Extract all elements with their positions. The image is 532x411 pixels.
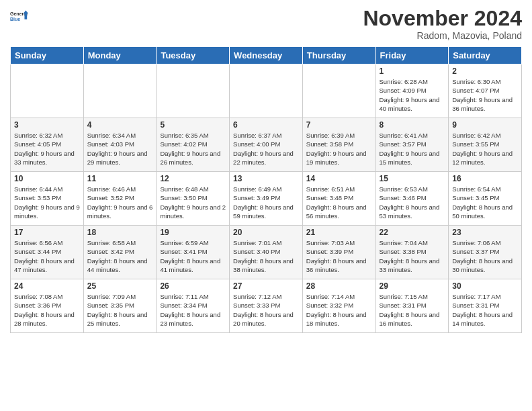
calendar-week-4: 17Sunrise: 6:56 AM Sunset: 3:44 PM Dayli… <box>11 226 522 279</box>
calendar-cell: 16Sunrise: 6:54 AM Sunset: 3:45 PM Dayli… <box>449 172 522 226</box>
calendar-cell: 15Sunrise: 6:53 AM Sunset: 3:46 PM Dayli… <box>375 172 449 226</box>
page: GeneralBlue November 2024 Radom, Mazovia… <box>0 0 532 411</box>
calendar-cell: 19Sunrise: 6:59 AM Sunset: 3:41 PM Dayli… <box>157 226 230 279</box>
day-number: 7 <box>306 120 372 130</box>
calendar-cell: 1Sunrise: 6:28 AM Sunset: 4:09 PM Daylig… <box>375 64 449 118</box>
calendar-cell: 27Sunrise: 7:12 AM Sunset: 3:33 PM Dayli… <box>230 279 303 333</box>
day-info: Sunrise: 7:03 AM Sunset: 3:39 PM Dayligh… <box>306 238 372 274</box>
day-info: Sunrise: 6:42 AM Sunset: 3:55 PM Dayligh… <box>452 131 518 167</box>
day-number: 14 <box>306 174 372 183</box>
svg-text:Blue: Blue <box>10 17 20 21</box>
calendar-cell: 7Sunrise: 6:39 AM Sunset: 3:58 PM Daylig… <box>302 118 375 172</box>
calendar-cell: 6Sunrise: 6:37 AM Sunset: 4:00 PM Daylig… <box>230 118 303 172</box>
day-number: 13 <box>233 174 299 183</box>
weekday-thursday: Thursday <box>302 47 375 64</box>
calendar-week-3: 10Sunrise: 6:44 AM Sunset: 3:53 PM Dayli… <box>11 172 522 226</box>
calendar-cell: 28Sunrise: 7:14 AM Sunset: 3:32 PM Dayli… <box>302 279 375 333</box>
calendar-table: SundayMondayTuesdayWednesdayThursdayFrid… <box>10 46 522 333</box>
day-info: Sunrise: 6:58 AM Sunset: 3:42 PM Dayligh… <box>87 238 153 274</box>
day-info: Sunrise: 7:06 AM Sunset: 3:37 PM Dayligh… <box>452 238 518 274</box>
day-info: Sunrise: 7:08 AM Sunset: 3:36 PM Dayligh… <box>14 292 80 328</box>
weekday-saturday: Saturday <box>449 47 522 64</box>
calendar-cell: 30Sunrise: 7:17 AM Sunset: 3:31 PM Dayli… <box>449 279 522 333</box>
day-number: 12 <box>160 174 226 183</box>
day-number: 8 <box>380 120 445 130</box>
day-number: 1 <box>380 66 445 76</box>
weekday-friday: Friday <box>375 47 449 64</box>
calendar-cell: 23Sunrise: 7:06 AM Sunset: 3:37 PM Dayli… <box>449 226 522 279</box>
calendar-cell: 5Sunrise: 6:35 AM Sunset: 4:02 PM Daylig… <box>157 118 230 172</box>
day-number: 22 <box>380 228 445 237</box>
day-number: 18 <box>87 228 153 237</box>
day-info: Sunrise: 6:39 AM Sunset: 3:58 PM Dayligh… <box>306 131 372 167</box>
day-number: 9 <box>452 120 518 130</box>
day-info: Sunrise: 7:11 AM Sunset: 3:34 PM Dayligh… <box>160 292 226 328</box>
header: GeneralBlue November 2024 Radom, Mazovia… <box>10 7 522 41</box>
calendar-cell: 17Sunrise: 6:56 AM Sunset: 3:44 PM Dayli… <box>11 226 84 279</box>
day-number: 28 <box>306 281 372 291</box>
weekday-monday: Monday <box>83 47 157 64</box>
calendar-week-1: 1Sunrise: 6:28 AM Sunset: 4:09 PM Daylig… <box>11 64 522 118</box>
calendar-body: 1Sunrise: 6:28 AM Sunset: 4:09 PM Daylig… <box>11 64 522 333</box>
day-info: Sunrise: 7:17 AM Sunset: 3:31 PM Dayligh… <box>452 292 518 328</box>
calendar-cell: 2Sunrise: 6:30 AM Sunset: 4:07 PM Daylig… <box>449 64 522 118</box>
calendar-cell: 18Sunrise: 6:58 AM Sunset: 3:42 PM Dayli… <box>83 226 157 279</box>
calendar-cell: 13Sunrise: 6:49 AM Sunset: 3:49 PM Dayli… <box>230 172 303 226</box>
day-info: Sunrise: 6:53 AM Sunset: 3:46 PM Dayligh… <box>380 185 445 220</box>
calendar-cell: 11Sunrise: 6:46 AM Sunset: 3:52 PM Dayli… <box>83 172 157 226</box>
day-number: 21 <box>306 228 372 237</box>
weekday-wednesday: Wednesday <box>230 47 303 64</box>
day-info: Sunrise: 7:12 AM Sunset: 3:33 PM Dayligh… <box>233 292 299 328</box>
day-info: Sunrise: 6:41 AM Sunset: 3:57 PM Dayligh… <box>380 131 445 167</box>
day-number: 17 <box>14 228 80 237</box>
calendar-cell <box>83 64 157 118</box>
calendar-cell: 20Sunrise: 7:01 AM Sunset: 3:40 PM Dayli… <box>230 226 303 279</box>
day-number: 26 <box>160 281 226 291</box>
calendar-week-2: 3Sunrise: 6:32 AM Sunset: 4:05 PM Daylig… <box>11 118 522 172</box>
day-info: Sunrise: 6:46 AM Sunset: 3:52 PM Dayligh… <box>87 185 153 220</box>
day-number: 3 <box>14 120 80 130</box>
day-info: Sunrise: 6:34 AM Sunset: 4:03 PM Dayligh… <box>87 131 153 167</box>
calendar-cell: 12Sunrise: 6:48 AM Sunset: 3:50 PM Dayli… <box>157 172 230 226</box>
weekday-header-row: SundayMondayTuesdayWednesdayThursdayFrid… <box>11 47 522 64</box>
day-info: Sunrise: 6:59 AM Sunset: 3:41 PM Dayligh… <box>160 238 226 274</box>
logo: GeneralBlue <box>10 7 29 26</box>
day-number: 2 <box>452 66 518 76</box>
calendar-cell: 3Sunrise: 6:32 AM Sunset: 4:05 PM Daylig… <box>11 118 84 172</box>
calendar-cell: 9Sunrise: 6:42 AM Sunset: 3:55 PM Daylig… <box>449 118 522 172</box>
day-info: Sunrise: 6:54 AM Sunset: 3:45 PM Dayligh… <box>452 185 518 220</box>
day-info: Sunrise: 6:37 AM Sunset: 4:00 PM Dayligh… <box>233 131 299 167</box>
calendar-week-5: 24Sunrise: 7:08 AM Sunset: 3:36 PM Dayli… <box>11 279 522 333</box>
day-number: 5 <box>160 120 226 130</box>
day-info: Sunrise: 6:49 AM Sunset: 3:49 PM Dayligh… <box>233 185 299 220</box>
calendar-cell <box>302 64 375 118</box>
day-number: 20 <box>233 228 299 237</box>
title-block: November 2024 Radom, Mazovia, Poland <box>363 7 522 41</box>
day-number: 6 <box>233 120 299 130</box>
day-number: 4 <box>87 120 153 130</box>
day-number: 11 <box>87 174 153 183</box>
month-title: November 2024 <box>363 7 522 30</box>
day-number: 15 <box>380 174 445 183</box>
calendar-cell: 22Sunrise: 7:04 AM Sunset: 3:38 PM Dayli… <box>375 226 449 279</box>
weekday-tuesday: Tuesday <box>157 47 230 64</box>
calendar-header: SundayMondayTuesdayWednesdayThursdayFrid… <box>11 47 522 64</box>
calendar-cell: 24Sunrise: 7:08 AM Sunset: 3:36 PM Dayli… <box>11 279 84 333</box>
day-info: Sunrise: 6:35 AM Sunset: 4:02 PM Dayligh… <box>160 131 226 167</box>
day-info: Sunrise: 7:15 AM Sunset: 3:31 PM Dayligh… <box>380 292 445 328</box>
calendar-cell <box>11 64 84 118</box>
day-number: 29 <box>380 281 445 291</box>
calendar-cell <box>157 64 230 118</box>
day-info: Sunrise: 7:14 AM Sunset: 3:32 PM Dayligh… <box>306 292 372 328</box>
weekday-sunday: Sunday <box>11 47 84 64</box>
day-info: Sunrise: 6:28 AM Sunset: 4:09 PM Dayligh… <box>380 77 445 113</box>
day-number: 25 <box>87 281 153 291</box>
day-info: Sunrise: 6:44 AM Sunset: 3:53 PM Dayligh… <box>14 185 80 220</box>
day-number: 19 <box>160 228 226 237</box>
calendar-cell: 26Sunrise: 7:11 AM Sunset: 3:34 PM Dayli… <box>157 279 230 333</box>
day-number: 23 <box>452 228 518 237</box>
calendar-cell: 21Sunrise: 7:03 AM Sunset: 3:39 PM Dayli… <box>302 226 375 279</box>
day-info: Sunrise: 7:04 AM Sunset: 3:38 PM Dayligh… <box>380 238 445 274</box>
calendar-cell: 29Sunrise: 7:15 AM Sunset: 3:31 PM Dayli… <box>375 279 449 333</box>
day-info: Sunrise: 6:56 AM Sunset: 3:44 PM Dayligh… <box>14 238 80 274</box>
